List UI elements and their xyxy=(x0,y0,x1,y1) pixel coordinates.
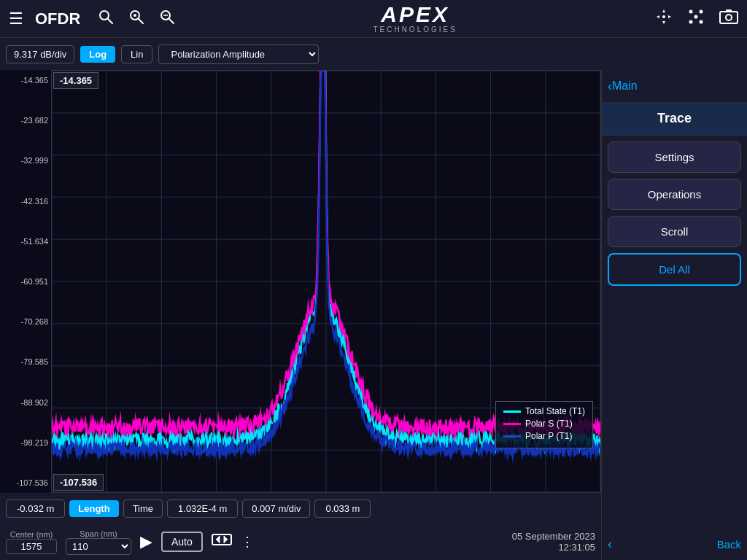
search2-icon[interactable] xyxy=(125,6,147,32)
flip-button[interactable] xyxy=(212,531,232,553)
datetime: 05 September 2023 12:31:05 xyxy=(512,531,595,553)
del-all-button[interactable]: Del All xyxy=(608,253,741,286)
center-label: Center (nm) xyxy=(10,530,53,539)
svg-line-1 xyxy=(108,19,112,23)
right-panel-bottom: ‹ Back xyxy=(602,528,747,560)
back-link[interactable]: Back xyxy=(717,538,741,551)
main-link[interactable]: Main xyxy=(612,79,638,93)
chart-wrapper: -14.365 -23.682 -32.999 -42.316 -51.634 … xyxy=(0,70,601,493)
legend-label-polarp: Polar P (T1) xyxy=(525,431,572,441)
svg-point-0 xyxy=(100,11,109,20)
mdiv-button[interactable]: 0.007 m/div xyxy=(242,499,310,518)
play-button[interactable]: ▶ xyxy=(140,532,152,551)
y-axis-value: -107.536 xyxy=(3,478,48,487)
span-select[interactable]: 110 xyxy=(66,538,131,555)
chevron-bottom-button[interactable]: ‹ xyxy=(608,537,612,552)
svg-rect-13 xyxy=(720,12,738,23)
time: 12:31:05 xyxy=(512,542,595,553)
toolbar: ☰ OFDR APEX TECHNOLOGIES xyxy=(0,0,747,38)
operations-button[interactable]: Operations xyxy=(608,179,741,210)
svg-line-6 xyxy=(169,19,174,23)
controls-row: 9.317 dB/div Log Lin Polarization Amplit… xyxy=(0,38,747,70)
svg-rect-16 xyxy=(212,534,231,545)
center-param-group: Center (nm) xyxy=(6,530,57,554)
date: 05 September 2023 xyxy=(512,531,595,542)
settings-button[interactable]: Settings xyxy=(608,141,741,173)
polar-amplitude-select[interactable]: Polarization Amplitude xyxy=(158,44,319,64)
svg-point-4 xyxy=(133,14,136,17)
y-axis-value: -98.219 xyxy=(3,438,48,447)
right-axis-value-button[interactable]: 0.033 m xyxy=(314,499,371,518)
y-axis-value: -60.951 xyxy=(3,277,48,286)
nodes-icon[interactable] xyxy=(684,5,708,33)
main-content: -14.365 -23.682 -32.999 -42.316 -51.634 … xyxy=(0,70,747,560)
bottom-value-badge: -107.536 xyxy=(53,474,104,491)
svg-point-8 xyxy=(689,9,692,13)
legend-label-polars: Polar S (T1) xyxy=(525,419,573,429)
y-axis-value: -42.316 xyxy=(3,197,48,206)
app-title: OFDR xyxy=(35,9,80,28)
chart-area: -14.365 -23.682 -32.999 -42.316 -51.634 … xyxy=(0,70,601,560)
legend-item-polars: Polar S (T1) xyxy=(503,419,585,429)
y-axis-value: -79.585 xyxy=(3,357,48,366)
y-axis-value: -70.268 xyxy=(3,317,48,326)
legend-label-total: Total State (T1) xyxy=(525,406,585,416)
length-button[interactable]: Length xyxy=(69,500,118,517)
right-panel-header: ‹ Main xyxy=(602,70,747,102)
center-input[interactable] xyxy=(6,539,57,554)
right-panel-nav: Settings Operations Scroll Del All xyxy=(602,136,747,528)
legend-color-polars xyxy=(503,423,521,425)
apex-logo: APEX TECHNOLOGIES xyxy=(373,4,457,34)
svg-point-14 xyxy=(726,15,732,20)
search3-icon[interactable] xyxy=(156,6,178,32)
svg-point-10 xyxy=(689,20,692,23)
log-button[interactable]: Log xyxy=(80,46,115,63)
more-button[interactable]: ⋮ xyxy=(241,534,254,550)
chart-legend: Total State (T1) Polar S (T1) Polar P (T… xyxy=(495,401,593,448)
legend-item-polarp: Polar P (T1) xyxy=(503,431,585,441)
db-div-button[interactable]: 9.317 dB/div xyxy=(6,45,74,63)
menu-icon[interactable]: ☰ xyxy=(6,7,26,31)
auto-button[interactable]: Auto xyxy=(161,532,203,552)
trace-header: Trace xyxy=(602,102,747,136)
y-axis-value: -88.902 xyxy=(3,398,48,407)
svg-point-9 xyxy=(699,9,703,13)
lin-button[interactable]: Lin xyxy=(121,45,152,63)
span-label: Span (nm) xyxy=(80,529,117,538)
legend-color-total xyxy=(503,411,521,413)
svg-point-12 xyxy=(694,15,697,18)
search1-icon[interactable] xyxy=(95,6,117,32)
svg-line-3 xyxy=(139,19,143,23)
bottom-controls: Center (nm) Span (nm) 110 ▶ Auto ⋮ 0 xyxy=(0,524,601,560)
bottom-axis: -0.032 m Length Time 1.032E-4 m 0.007 m/… xyxy=(0,493,601,524)
chart-canvas[interactable]: -14.365 -107.536 Total State (T1) Polar … xyxy=(51,70,601,493)
svg-rect-15 xyxy=(726,9,732,12)
legend-item-total: Total State (T1) xyxy=(503,406,585,416)
y-axis-value: -51.634 xyxy=(3,237,48,246)
right-panel: ‹ Main Trace Settings Operations Scroll … xyxy=(601,70,747,560)
y-axis-value: -32.999 xyxy=(3,156,48,165)
span-param-group: Span (nm) 110 xyxy=(66,529,131,555)
center-axis-value-button[interactable]: 1.032E-4 m xyxy=(167,499,238,518)
left-axis-value-button[interactable]: -0.032 m xyxy=(6,499,65,518)
y-axis-value: -23.682 xyxy=(3,116,48,125)
camera-icon[interactable] xyxy=(716,6,741,32)
legend-color-polarp xyxy=(503,435,521,438)
time-button[interactable]: Time xyxy=(123,499,163,518)
scroll-button[interactable]: Scroll xyxy=(608,216,741,247)
y-axis: -14.365 -23.682 -32.999 -42.316 -51.634 … xyxy=(0,70,51,493)
y-axis-value: -14.365 xyxy=(3,76,48,85)
svg-point-11 xyxy=(699,20,703,23)
move-icon[interactable] xyxy=(652,5,676,33)
top-value-badge: -14.365 xyxy=(53,72,98,89)
